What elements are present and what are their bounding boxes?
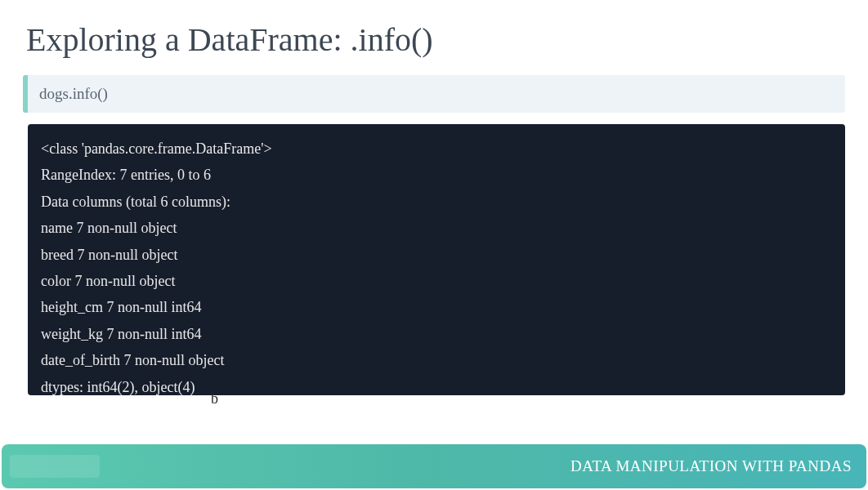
code-input-block: dogs.info()	[23, 75, 845, 113]
output-line: breed 7 non-null object	[41, 242, 832, 268]
output-line: weight_kg 7 non-null int64	[41, 321, 832, 347]
output-line: RangeIndex: 7 entries, 0 to 6	[41, 162, 832, 188]
code-output-block: <class 'pandas.core.frame.DataFrame'> Ra…	[28, 124, 845, 395]
code-input-text: dogs.info()	[39, 85, 108, 102]
footer-course-label: DATA MANIPULATION WITH PANDAS	[570, 457, 852, 475]
output-line: date_of_birth 7 non-null object	[41, 347, 832, 373]
slide-title: Exploring a DataFrame: .info()	[0, 0, 868, 75]
output-line: <class 'pandas.core.frame.DataFrame'>	[41, 136, 832, 162]
output-line: name 7 non-null object	[41, 215, 832, 241]
footer-bar: DATA MANIPULATION WITH PANDAS	[2, 444, 866, 488]
output-line: height_cm 7 non-null int64	[41, 294, 832, 320]
output-line: Data columns (total 6 columns):	[41, 189, 832, 215]
output-line: color 7 non-null object	[41, 268, 832, 294]
footer-logo-badge	[10, 455, 100, 478]
